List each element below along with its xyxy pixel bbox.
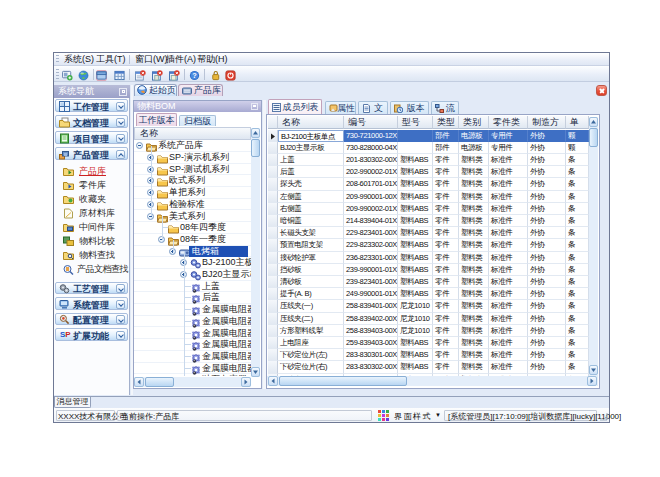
svg-text:?: ? [192, 71, 197, 80]
